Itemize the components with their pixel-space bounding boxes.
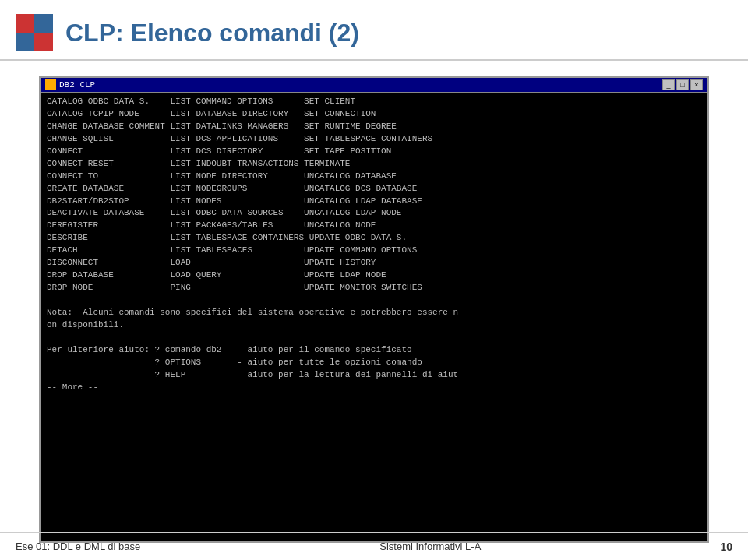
footer-right: 10 [720,541,732,553]
terminal-minimize-btn[interactable]: _ [662,79,675,90]
terminal-maximize-btn[interactable]: □ [676,79,689,90]
svg-rect-2 [16,33,34,51]
terminal-close-btn[interactable]: × [690,79,703,90]
terminal-titlebar: DB2 CLP _ □ × [41,78,707,93]
terminal-title-text: DB2 CLP [59,80,95,90]
terminal-title-icon [45,79,56,90]
terminal-body: CATALOG ODBC DATA S. LIST COMMAND OPTION… [41,93,707,541]
slide-title: CLP: Elenco comandi (2) [65,19,359,48]
terminal-window: DB2 CLP _ □ × CATALOG ODBC DATA S. LIST … [39,76,709,543]
svg-rect-3 [34,33,53,51]
svg-rect-0 [16,14,34,33]
slide-header: CLP: Elenco comandi (2) [0,0,748,61]
footer-center: Sistemi Informativi L-A [379,541,481,552]
svg-rect-1 [34,14,53,33]
slide-footer: Ese 01: DDL e DML di base Sistemi Inform… [0,532,748,560]
footer-left: Ese 01: DDL e DML di base [16,541,140,552]
terminal-controls: _ □ × [662,79,703,90]
slide-content: DB2 CLP _ □ × CATALOG ODBC DATA S. LIST … [0,61,748,551]
terminal-title: DB2 CLP [45,79,95,90]
terminal-text: CATALOG ODBC DATA S. LIST COMMAND OPTION… [47,96,701,394]
decorative-icon [16,14,53,51]
